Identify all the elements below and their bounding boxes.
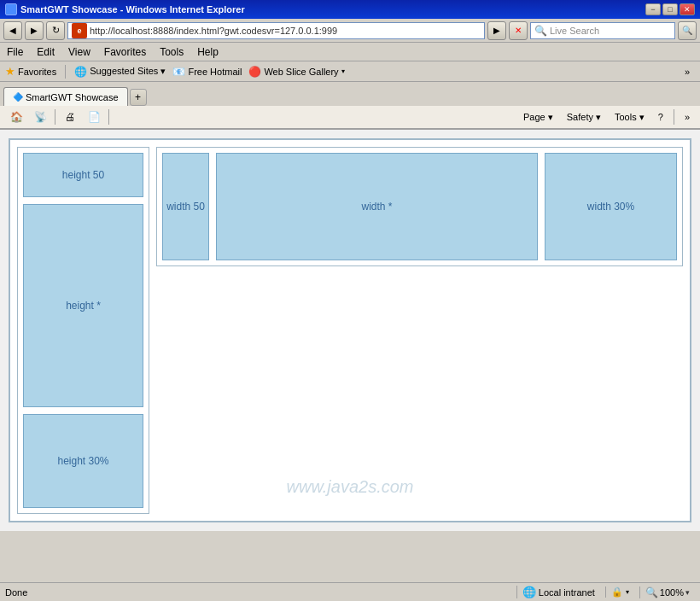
search-placeholder: Live Search [550,26,599,36]
webslice-label: Web Slice Gallery [264,67,338,77]
menu-help[interactable]: Help [197,46,219,58]
back-button[interactable]: ◀ [3,21,22,40]
menu-bar: File Edit View Favorites Tools Help [0,43,700,61]
menu-favorites[interactable]: Favorites [104,46,146,58]
cell-height-star-label: height * [66,300,101,312]
left-column: height 50 height * height 30% [17,147,149,514]
suggested-icon: 🌐 [74,66,87,78]
cell-height-50-label: height 50 [62,169,104,181]
window-controls: − □ ✕ [645,3,695,15]
ie-toolbar: 🏠 📡 🖨 📄 Page ▾ Safety ▾ Tools ▾ ? » [0,106,700,130]
address-bar: ◀ ▶ ↻ e http://localhost:8888/index.html… [0,19,700,43]
cell-width-30pct-label: width 30% [587,201,634,213]
rss-button[interactable]: 📡 [29,107,51,127]
tab-bar: 🔷 SmartGWT Showcase + [0,82,700,106]
free-hotmail[interactable]: 📧 Free Hotmail [172,66,242,78]
cell-height-star: height * [23,204,143,407]
favorites-star-icon: ★ [5,65,15,78]
refresh-button[interactable]: ↻ [46,21,65,40]
tab-toolbar-area: 🔷 SmartGWT Showcase + 🏠 📡 🖨 📄 Page ▾ Saf… [0,82,700,130]
favorites-label: Favorites [18,67,56,77]
sgwt-container: height 50 height * height 30% width 50 w… [0,130,700,531]
tab-icon: 🔷 [13,92,23,102]
cell-height-30pct-label: height 30% [57,455,108,467]
toolbar-right: Page ▾ Safety ▾ Tools ▾ ? » [518,109,695,125]
top-row: width 50 width * width 30% [156,147,683,266]
hotmail-icon: 📧 [172,66,185,78]
refresh-stop-button[interactable]: ✕ [509,21,528,40]
title-bar: SmartGWT Showcase - Windows Internet Exp… [0,0,700,19]
page-setup-button[interactable]: 📄 [83,107,105,127]
cell-width-star-label: width * [361,201,392,213]
tools-menu-button[interactable]: Tools ▾ [610,109,650,125]
minimize-button[interactable]: − [645,3,661,15]
webslice-icon: 🔴 [248,66,261,78]
window-title: SmartGWT Showcase - Windows Internet Exp… [20,4,245,15]
maximize-button[interactable]: □ [662,3,678,15]
page-icon: e [72,23,87,38]
safety-menu-button[interactable]: Safety ▾ [562,109,606,125]
cell-width-50: width 50 [162,153,209,260]
address-field[interactable]: e http://localhost:8888/index.html?gwt.c… [67,22,485,39]
browser-content: height 50 height * height 30% width 50 w… [0,130,700,531]
right-area: width 50 width * width 30% [156,147,683,514]
tab-smartgwt[interactable]: 🔷 SmartGWT Showcase [3,87,128,106]
extend-tools-button[interactable]: » [680,109,695,125]
favorites-button[interactable]: ★ Favorites [5,65,56,78]
toolbar-sep-2 [108,109,109,125]
favorites-bar: ★ Favorites 🌐 Suggested Sites ▾ 📧 Free H… [0,61,700,82]
new-tab-button[interactable]: + [130,89,147,106]
search-field[interactable]: 🔍 Live Search [530,22,675,39]
menu-view[interactable]: View [68,46,90,58]
web-slice-gallery[interactable]: 🔴 Web Slice Gallery ▾ [248,66,344,78]
toolbar-sep-1 [55,109,55,125]
toolbar-sep-3 [674,109,674,125]
sgwt-panel: height 50 height * height 30% width 50 w… [9,138,691,522]
print-button[interactable]: 🖨 [59,107,81,127]
app-icon [5,3,17,15]
toolbar-left: 🏠 📡 🖨 📄 [5,107,111,127]
cell-width-star: width * [216,153,538,260]
menu-tools[interactable]: Tools [160,46,184,58]
menu-file[interactable]: File [7,46,23,58]
fav-separator-1 [65,65,66,79]
suggested-sites[interactable]: 🌐 Suggested Sites ▾ [74,66,166,78]
cell-width-30pct: width 30% [545,153,677,260]
forward-button[interactable]: ▶ [25,21,44,40]
cell-height-50: height 50 [23,153,143,197]
extend-toolbar-button[interactable]: » [680,65,695,79]
hotmail-label: Free Hotmail [188,67,242,77]
search-icon: 🔍 [534,25,547,37]
tab-label: SmartGWT Showcase [26,92,119,102]
page-menu-button[interactable]: Page ▾ [518,109,558,125]
go-button[interactable]: ▶ [487,21,506,40]
webslice-arrow-icon: ▾ [341,67,345,75]
cell-height-30pct: height 30% [23,414,143,508]
menu-edit[interactable]: Edit [37,46,55,58]
url-text: http://localhost:8888/index.html?gwt.cod… [90,26,337,36]
suggested-label: Suggested Sites ▾ [90,66,166,77]
search-button[interactable]: 🔍 [678,21,697,40]
help-button[interactable]: ? [653,109,668,125]
close-button[interactable]: ✕ [680,3,695,15]
home-button[interactable]: 🏠 [5,107,27,127]
cell-width-50-label: width 50 [166,201,205,213]
title-bar-left: SmartGWT Showcase - Windows Internet Exp… [5,3,245,15]
